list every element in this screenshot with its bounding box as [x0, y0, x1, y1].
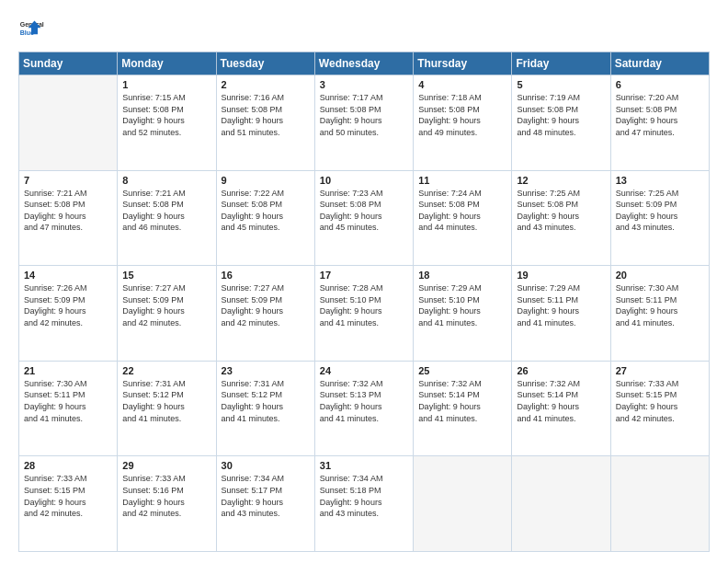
week-row-4: 21Sunrise: 7:30 AMSunset: 5:11 PMDayligh… [19, 361, 710, 456]
calendar-cell [414, 456, 512, 552]
day-info: Sunrise: 7:20 AMSunset: 5:08 PMDaylight:… [616, 92, 704, 138]
day-info: Sunrise: 7:32 AMSunset: 5:14 PMDaylight:… [418, 378, 506, 424]
day-number: 20 [616, 270, 704, 281]
logo: GeneralBlue [18, 17, 44, 42]
calendar-cell: 30Sunrise: 7:34 AMSunset: 5:17 PMDayligh… [216, 456, 314, 552]
calendar-cell: 3Sunrise: 7:17 AMSunset: 5:08 PMDaylight… [314, 75, 413, 171]
calendar-cell: 8Sunrise: 7:21 AMSunset: 5:08 PMDaylight… [118, 170, 216, 266]
weekday-header-sunday: Sunday [19, 52, 118, 75]
calendar-cell: 28Sunrise: 7:33 AMSunset: 5:15 PMDayligh… [19, 456, 118, 552]
calendar-cell: 13Sunrise: 7:25 AMSunset: 5:09 PMDayligh… [610, 170, 709, 266]
day-info: Sunrise: 7:32 AMSunset: 5:13 PMDaylight:… [320, 378, 408, 424]
day-info: Sunrise: 7:27 AMSunset: 5:09 PMDaylight:… [222, 282, 310, 328]
week-row-5: 28Sunrise: 7:33 AMSunset: 5:15 PMDayligh… [19, 456, 710, 552]
calendar-cell [512, 456, 610, 552]
day-info: Sunrise: 7:19 AMSunset: 5:08 PMDaylight:… [517, 92, 605, 138]
day-number: 3 [320, 79, 408, 90]
calendar-cell: 16Sunrise: 7:27 AMSunset: 5:09 PMDayligh… [216, 266, 314, 362]
calendar-cell: 20Sunrise: 7:30 AMSunset: 5:11 PMDayligh… [610, 266, 709, 362]
day-number: 17 [320, 270, 408, 281]
calendar-cell: 19Sunrise: 7:29 AMSunset: 5:11 PMDayligh… [512, 266, 610, 362]
day-info: Sunrise: 7:27 AMSunset: 5:09 PMDaylight:… [122, 282, 210, 328]
calendar-cell: 17Sunrise: 7:28 AMSunset: 5:10 PMDayligh… [314, 266, 413, 362]
day-info: Sunrise: 7:34 AMSunset: 5:18 PMDaylight:… [320, 473, 408, 519]
day-number: 27 [616, 365, 704, 376]
day-info: Sunrise: 7:26 AMSunset: 5:09 PMDaylight:… [24, 282, 112, 328]
weekday-header-saturday: Saturday [610, 52, 709, 75]
calendar-cell: 21Sunrise: 7:30 AMSunset: 5:11 PMDayligh… [19, 361, 118, 456]
page: GeneralBlue SundayMondayTuesdayWednesday… [0, 0, 728, 563]
day-number: 13 [616, 175, 704, 186]
weekday-header-row: SundayMondayTuesdayWednesdayThursdayFrid… [19, 52, 710, 75]
day-number: 9 [222, 175, 310, 186]
week-row-3: 14Sunrise: 7:26 AMSunset: 5:09 PMDayligh… [19, 266, 710, 362]
day-number: 19 [517, 270, 605, 281]
day-number: 16 [222, 270, 310, 281]
day-number: 12 [517, 175, 605, 186]
day-info: Sunrise: 7:21 AMSunset: 5:08 PMDaylight:… [122, 188, 210, 234]
day-info: Sunrise: 7:29 AMSunset: 5:11 PMDaylight:… [517, 282, 605, 328]
calendar-cell: 5Sunrise: 7:19 AMSunset: 5:08 PMDaylight… [512, 75, 610, 171]
day-number: 6 [616, 79, 704, 90]
day-number: 8 [122, 175, 210, 186]
day-info: Sunrise: 7:15 AMSunset: 5:08 PMDaylight:… [122, 92, 210, 138]
day-number: 25 [418, 365, 506, 376]
day-info: Sunrise: 7:32 AMSunset: 5:14 PMDaylight:… [517, 378, 605, 424]
calendar-cell: 15Sunrise: 7:27 AMSunset: 5:09 PMDayligh… [118, 266, 216, 362]
day-number: 10 [320, 175, 408, 186]
calendar-cell: 2Sunrise: 7:16 AMSunset: 5:08 PMDaylight… [216, 75, 314, 171]
day-number: 7 [24, 175, 112, 186]
weekday-header-tuesday: Tuesday [216, 52, 314, 75]
calendar-cell: 12Sunrise: 7:25 AMSunset: 5:08 PMDayligh… [512, 170, 610, 266]
day-number: 30 [222, 460, 310, 471]
day-number: 2 [222, 79, 310, 90]
day-info: Sunrise: 7:34 AMSunset: 5:17 PMDaylight:… [222, 473, 310, 519]
day-info: Sunrise: 7:25 AMSunset: 5:08 PMDaylight:… [517, 188, 605, 234]
day-info: Sunrise: 7:21 AMSunset: 5:08 PMDaylight:… [24, 188, 112, 234]
calendar-cell: 31Sunrise: 7:34 AMSunset: 5:18 PMDayligh… [314, 456, 413, 552]
calendar-cell [610, 456, 709, 552]
day-number: 5 [517, 79, 605, 90]
day-number: 21 [24, 365, 112, 376]
day-info: Sunrise: 7:23 AMSunset: 5:08 PMDaylight:… [320, 188, 408, 234]
day-number: 14 [24, 270, 112, 281]
day-info: Sunrise: 7:18 AMSunset: 5:08 PMDaylight:… [418, 92, 506, 138]
day-info: Sunrise: 7:16 AMSunset: 5:08 PMDaylight:… [222, 92, 310, 138]
calendar-cell: 23Sunrise: 7:31 AMSunset: 5:12 PMDayligh… [216, 361, 314, 456]
day-number: 15 [122, 270, 210, 281]
calendar-cell: 29Sunrise: 7:33 AMSunset: 5:16 PMDayligh… [118, 456, 216, 552]
day-info: Sunrise: 7:29 AMSunset: 5:10 PMDaylight:… [418, 282, 506, 328]
day-info: Sunrise: 7:28 AMSunset: 5:10 PMDaylight:… [320, 282, 408, 328]
week-row-2: 7Sunrise: 7:21 AMSunset: 5:08 PMDaylight… [19, 170, 710, 266]
day-number: 29 [122, 460, 210, 471]
week-row-1: 1Sunrise: 7:15 AMSunset: 5:08 PMDaylight… [19, 75, 710, 171]
calendar-cell: 7Sunrise: 7:21 AMSunset: 5:08 PMDaylight… [19, 170, 118, 266]
day-number: 22 [122, 365, 210, 376]
calendar-cell: 4Sunrise: 7:18 AMSunset: 5:08 PMDaylight… [414, 75, 512, 171]
calendar-cell: 25Sunrise: 7:32 AMSunset: 5:14 PMDayligh… [414, 361, 512, 456]
header: GeneralBlue [18, 17, 710, 42]
day-info: Sunrise: 7:31 AMSunset: 5:12 PMDaylight:… [122, 378, 210, 424]
calendar-table: SundayMondayTuesdayWednesdayThursdayFrid… [18, 52, 710, 552]
calendar-cell: 11Sunrise: 7:24 AMSunset: 5:08 PMDayligh… [414, 170, 512, 266]
calendar-cell: 22Sunrise: 7:31 AMSunset: 5:12 PMDayligh… [118, 361, 216, 456]
day-info: Sunrise: 7:25 AMSunset: 5:09 PMDaylight:… [616, 188, 704, 234]
logo-icon: GeneralBlue [18, 17, 44, 42]
calendar-cell: 9Sunrise: 7:22 AMSunset: 5:08 PMDaylight… [216, 170, 314, 266]
day-number: 23 [222, 365, 310, 376]
calendar-cell: 6Sunrise: 7:20 AMSunset: 5:08 PMDaylight… [610, 75, 709, 171]
day-info: Sunrise: 7:22 AMSunset: 5:08 PMDaylight:… [222, 188, 310, 234]
day-info: Sunrise: 7:30 AMSunset: 5:11 PMDaylight:… [24, 378, 112, 424]
day-number: 26 [517, 365, 605, 376]
calendar-cell: 1Sunrise: 7:15 AMSunset: 5:08 PMDaylight… [118, 75, 216, 171]
weekday-header-friday: Friday [512, 52, 610, 75]
calendar-cell: 27Sunrise: 7:33 AMSunset: 5:15 PMDayligh… [610, 361, 709, 456]
calendar-cell: 18Sunrise: 7:29 AMSunset: 5:10 PMDayligh… [414, 266, 512, 362]
calendar-cell: 10Sunrise: 7:23 AMSunset: 5:08 PMDayligh… [314, 170, 413, 266]
day-number: 4 [418, 79, 506, 90]
day-number: 31 [320, 460, 408, 471]
day-number: 28 [24, 460, 112, 471]
day-info: Sunrise: 7:24 AMSunset: 5:08 PMDaylight:… [418, 188, 506, 234]
day-number: 11 [418, 175, 506, 186]
weekday-header-monday: Monday [118, 52, 216, 75]
